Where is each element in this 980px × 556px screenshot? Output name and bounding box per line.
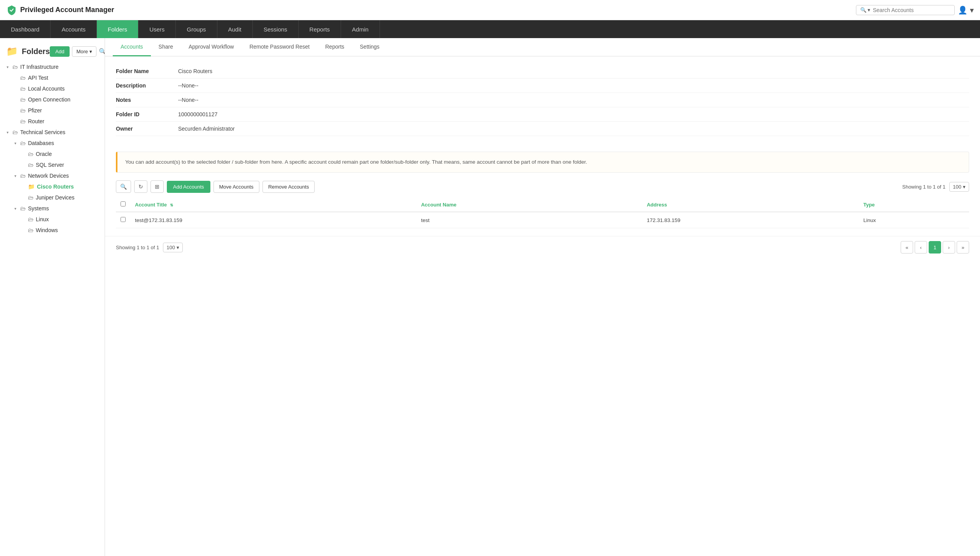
detail-row-description: Description --None-- <box>116 79 969 93</box>
detail-label-folder-id: Folder ID <box>116 111 178 117</box>
detail-row-folder-name: Folder Name Cisco Routers <box>116 64 969 79</box>
table-header-address[interactable]: Address <box>642 198 859 212</box>
nav-item-groups[interactable]: Groups <box>176 20 217 38</box>
folder-details: Folder Name Cisco Routers Description --… <box>105 56 980 144</box>
sidebar-search-button[interactable]: 🔍 <box>99 46 105 57</box>
remove-accounts-button[interactable]: Remove Accounts <box>262 181 315 193</box>
tree-item-technical-services: ▾ 🗁 Technical Services ▾ 🗁 Databases <box>0 127 105 236</box>
tree-toggle-network-devices: ▾ <box>12 174 18 178</box>
nav-bar: Dashboard Accounts Folders Users Groups … <box>0 20 980 38</box>
nav-item-accounts[interactable]: Accounts <box>51 20 97 38</box>
row-checkbox-cell[interactable] <box>116 212 130 228</box>
tree-row-oracle[interactable]: 🗁 Oracle <box>16 149 105 159</box>
tab-settings[interactable]: Settings <box>352 38 387 56</box>
tab-remote-password-reset[interactable]: Remote Password Reset <box>242 38 317 56</box>
tree-row-systems[interactable]: ▾ 🗁 Systems <box>8 203 105 214</box>
pagination-first-button[interactable]: « <box>901 241 913 254</box>
tab-reports[interactable]: Reports <box>317 38 352 56</box>
tree-row-sql-server[interactable]: 🗁 SQL Server <box>16 159 105 170</box>
search-input[interactable] <box>873 7 950 13</box>
tree-row-linux[interactable]: 🗁 Linux <box>16 214 105 225</box>
tree-folder-icon-pfizer: 🗁 <box>20 107 26 114</box>
pagination-last-button[interactable]: » <box>957 241 969 254</box>
detail-value-owner: Securden Administrator <box>178 126 235 132</box>
table-header-account-title[interactable]: Account Title ⇅ <box>130 198 416 212</box>
tree-row-cisco-routers[interactable]: 📁 Cisco Routers <box>16 181 105 192</box>
tree-row-local-accounts[interactable]: 🗁 Local Accounts <box>8 83 105 94</box>
sidebar-title-label: Folders <box>22 47 50 56</box>
tree-label-linux: Linux <box>36 216 100 222</box>
chevron-down-icon: ▾ <box>89 49 92 54</box>
nav-item-audit[interactable]: Audit <box>217 20 253 38</box>
tab-share[interactable]: Share <box>151 38 181 56</box>
pagination-page-1[interactable]: 1 <box>929 241 941 254</box>
tree-folder-icon-systems: 🗁 <box>20 205 26 212</box>
table-header-account-name[interactable]: Account Name <box>416 198 642 212</box>
detail-row-notes: Notes --None-- <box>116 93 969 107</box>
content-area: Accounts Share Approval Workflow Remote … <box>105 38 980 556</box>
tree-row-it-infrastructure[interactable]: ▾ 🗁 IT Infrastructure <box>0 61 105 72</box>
add-accounts-button[interactable]: Add Accounts <box>167 181 210 193</box>
select-all-checkbox[interactable] <box>121 201 126 206</box>
tree-folder-icon-linux: 🗁 <box>28 216 33 222</box>
tree-folder-icon-api-test: 🗁 <box>20 75 26 81</box>
tree-label-juniper-devices: Juniper Devices <box>36 194 100 201</box>
tree-folder-icon-local-accounts: 🗁 <box>20 86 26 92</box>
table-header-checkbox[interactable] <box>116 198 130 212</box>
search-dropdown-icon[interactable]: 🔍 ▾ <box>860 7 871 13</box>
tab-accounts[interactable]: Accounts <box>113 38 151 56</box>
showing-info: Showing 1 to 1 of 1 100 ▾ <box>902 182 969 192</box>
pagination-next-button[interactable]: › <box>943 241 955 254</box>
more-button[interactable]: More ▾ <box>72 46 96 57</box>
pagination-per-page-chevron-icon: ▾ <box>177 245 179 250</box>
pagination-buttons: « ‹ 1 › » <box>901 241 969 254</box>
tree-folder-icon-oracle: 🗁 <box>28 151 33 157</box>
row-account-title: test@172.31.83.159 <box>130 212 416 228</box>
nav-item-admin[interactable]: Admin <box>341 20 380 38</box>
tree-folder-icon-windows: 🗁 <box>28 227 33 233</box>
sidebar-title: 📁 Folders <box>6 46 50 57</box>
shield-icon <box>6 5 17 16</box>
detail-label-folder-name: Folder Name <box>116 68 178 74</box>
tree-row-router[interactable]: 🗁 Router <box>8 116 105 127</box>
search-box: 🔍 ▾ <box>856 5 955 15</box>
nav-item-sessions[interactable]: Sessions <box>253 20 299 38</box>
tree-row-network-devices[interactable]: ▾ 🗁 Network Devices <box>8 170 105 181</box>
table-columns-button[interactable]: ⊞ <box>150 180 164 193</box>
add-button[interactable]: Add <box>50 46 70 57</box>
sidebar-actions: Add More ▾ 🔍 <box>50 46 105 57</box>
table-refresh-button[interactable]: ↻ <box>134 180 147 193</box>
tree-label-windows: Windows <box>36 227 100 233</box>
tree-row-databases[interactable]: ▾ 🗁 Databases <box>8 138 105 149</box>
table-header-type[interactable]: Type <box>859 198 969 212</box>
tree-row-juniper-devices[interactable]: 🗁 Juniper Devices <box>16 192 105 203</box>
row-address: 172.31.83.159 <box>642 212 859 228</box>
nav-item-users[interactable]: Users <box>138 20 176 38</box>
move-accounts-button[interactable]: Move Accounts <box>214 181 259 193</box>
table-search-button[interactable]: 🔍 <box>116 180 131 193</box>
detail-value-notes: --None-- <box>178 97 198 103</box>
nav-item-dashboard[interactable]: Dashboard <box>0 20 51 38</box>
showing-label: Showing 1 to 1 of 1 <box>902 184 945 190</box>
per-page-select[interactable]: 100 ▾ <box>949 182 969 192</box>
pagination-prev-button[interactable]: ‹ <box>915 241 927 254</box>
info-message: You can add account(s) to the selected f… <box>125 159 587 165</box>
tree-label-api-test: API Test <box>28 75 100 81</box>
tree-row-windows[interactable]: 🗁 Windows <box>16 225 105 236</box>
nav-item-reports[interactable]: Reports <box>299 20 341 38</box>
tab-approval-workflow[interactable]: Approval Workflow <box>181 38 242 56</box>
tree-folder-icon-sql-server: 🗁 <box>28 162 33 168</box>
row-checkbox[interactable] <box>121 217 126 222</box>
main-layout: 📁 Folders Add More ▾ 🔍 ▾ 🗁 IT Infrastruc… <box>0 38 980 556</box>
pagination-per-page-select[interactable]: 100 ▾ <box>163 243 183 252</box>
tree-row-pfizer[interactable]: 🗁 Pfizer <box>8 105 105 116</box>
tree-folder-icon-databases: 🗁 <box>20 140 26 146</box>
tree-row-open-connection[interactable]: 🗁 Open Connection <box>8 94 105 105</box>
table-toolbar: 🔍 ↻ ⊞ Add Accounts Move Accounts Remove … <box>116 180 969 193</box>
tree-row-api-test[interactable]: 🗁 API Test <box>8 72 105 83</box>
top-bar: Privileged Account Manager 🔍 ▾ 👤 ▾ <box>0 0 980 20</box>
user-icon[interactable]: 👤 ▾ <box>958 5 974 15</box>
tree-row-technical-services[interactable]: ▾ 🗁 Technical Services <box>0 127 105 138</box>
pagination-per-page-value: 100 <box>166 245 175 250</box>
nav-item-folders[interactable]: Folders <box>97 20 138 38</box>
